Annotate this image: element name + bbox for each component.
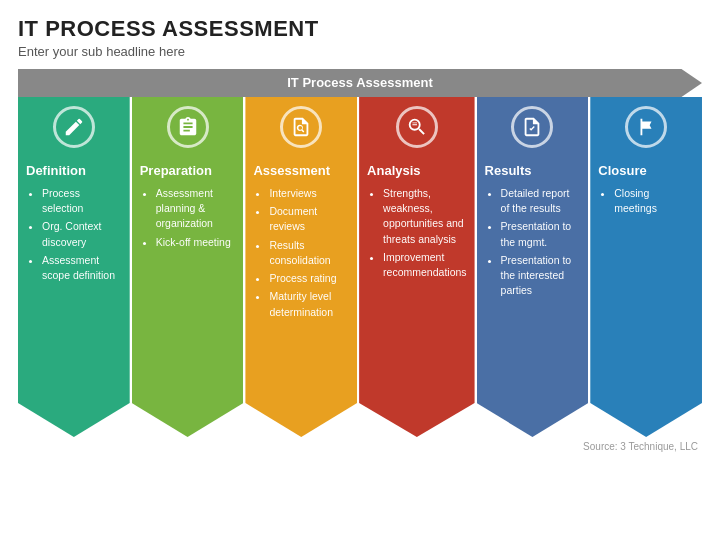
edit-icon: [53, 106, 95, 148]
clipboard-icon: [167, 106, 209, 148]
col-header-definition: Definition: [18, 157, 130, 182]
flag-icon: [625, 106, 667, 148]
col-header-analysis: Analysis: [359, 157, 474, 182]
col-assessment: AssessmentInterviewsDocument reviewsResu…: [245, 97, 357, 437]
doc-check-icon: [511, 106, 553, 148]
col-results: ResultsDetailed report of the resultsPre…: [477, 97, 589, 437]
col-header-results: Results: [477, 157, 589, 182]
col-icon-analysis: [359, 97, 474, 157]
col-header-preparation: Preparation: [132, 157, 244, 182]
col-closure: ClosureClosing meetings: [590, 97, 702, 437]
list-item: Interviews: [269, 186, 349, 201]
col-body-definition: Process selectionOrg. Context discoveryA…: [18, 182, 130, 437]
main-title: IT PROCESS ASSESSMENT: [18, 16, 702, 42]
list-item: Detailed report of the results: [501, 186, 581, 216]
list-item: Assessment scope definition: [42, 253, 122, 283]
columns-container: DefinitionProcess selectionOrg. Context …: [18, 97, 702, 437]
col-icon-preparation: [132, 97, 244, 157]
list-item: Document reviews: [269, 204, 349, 234]
col-icon-assessment: [245, 97, 357, 157]
col-body-preparation: Assessment planning & organizationKick-o…: [132, 182, 244, 437]
list-item: Presentation to the mgmt.: [501, 219, 581, 249]
sub-title: Enter your sub headline here: [18, 44, 702, 59]
col-body-analysis: Strengths, weakness, opportunities and t…: [359, 182, 474, 437]
col-preparation: PreparationAssessment planning & organiz…: [132, 97, 244, 437]
col-body-closure: Closing meetings: [590, 182, 702, 437]
list-item: Improvement recommendations: [383, 250, 466, 280]
col-definition: DefinitionProcess selectionOrg. Context …: [18, 97, 130, 437]
header-bar: IT Process Assessment: [18, 69, 702, 97]
list-item: Presentation to the interested parties: [501, 253, 581, 299]
list-item: Results consolidation: [269, 238, 349, 268]
list-item: Org. Context discovery: [42, 219, 122, 249]
col-icon-closure: [590, 97, 702, 157]
list-item: Kick-off meeting: [156, 235, 236, 250]
col-body-results: Detailed report of the resultsPresentati…: [477, 182, 589, 437]
col-body-assessment: InterviewsDocument reviewsResults consol…: [245, 182, 357, 437]
page: IT PROCESS ASSESSMENT Enter your sub hea…: [0, 0, 720, 540]
source-text: Source: 3 Technique, LLC: [18, 441, 702, 452]
list-item: Assessment planning & organization: [156, 186, 236, 232]
search-doc-icon: [280, 106, 322, 148]
col-icon-definition: [18, 97, 130, 157]
list-item: Strengths, weakness, opportunities and t…: [383, 186, 466, 247]
col-header-closure: Closure: [590, 157, 702, 182]
list-item: Process rating: [269, 271, 349, 286]
list-item: Process selection: [42, 186, 122, 216]
col-icon-results: [477, 97, 589, 157]
list-item: Closing meetings: [614, 186, 694, 216]
col-analysis: AnalysisStrengths, weakness, opportuniti…: [359, 97, 474, 437]
col-header-assessment: Assessment: [245, 157, 357, 182]
list-item: Maturity level determination: [269, 289, 349, 319]
chart-search-icon: [396, 106, 438, 148]
